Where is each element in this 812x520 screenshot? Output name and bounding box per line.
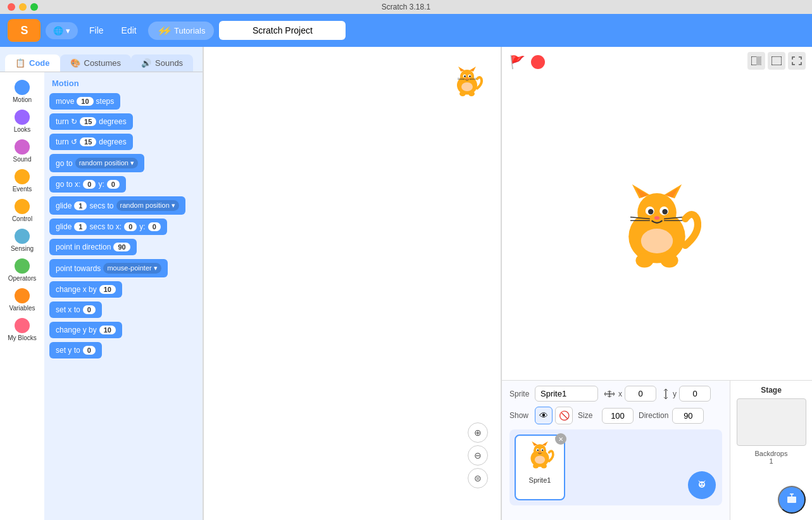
stop-button[interactable] xyxy=(531,55,545,69)
zoom-in-button[interactable]: ⊕ xyxy=(468,422,488,443)
sprite-panel: Sprite x y Sh xyxy=(502,381,730,520)
window-title: Scratch 3.18.1 xyxy=(382,3,430,11)
block-point-towards-dropdown[interactable]: mouse-pointer ▾ xyxy=(103,263,161,274)
svg-point-22 xyxy=(637,193,677,232)
category-control[interactable]: Control xyxy=(3,196,42,225)
block-glide2-val1[interactable]: 1 xyxy=(74,222,87,231)
block-set-x-value[interactable]: 0 xyxy=(83,305,96,314)
zoom-out-button[interactable]: ⊖ xyxy=(468,445,488,466)
block-turn-ccw-value[interactable]: 15 xyxy=(80,137,96,146)
block-goto-xy[interactable]: go to x: 0 y: 0 xyxy=(49,176,126,193)
block-glide2-val3[interactable]: 0 xyxy=(148,222,161,231)
fullscreen-button[interactable] xyxy=(788,52,806,70)
stage-controls: 🚩 xyxy=(508,53,545,71)
add-sprite-icon xyxy=(694,478,709,493)
tab-costumes-label: Costumes xyxy=(84,58,122,68)
category-sound[interactable]: Sound xyxy=(3,137,42,165)
tab-code[interactable]: 📋 Code xyxy=(5,54,60,72)
coding-area: ⊕ ⊖ ⊜ xyxy=(203,47,502,520)
block-set-x[interactable]: set x to 0 xyxy=(49,301,102,318)
tab-costumes[interactable]: 🎨 Costumes xyxy=(60,54,132,72)
block-turn-cw[interactable]: turn ↻ 15 degrees xyxy=(49,113,133,130)
block-glide1-dropdown[interactable]: random position ▾ xyxy=(116,200,179,211)
zoom-reset-button[interactable]: ⊜ xyxy=(468,468,488,488)
category-looks[interactable]: Looks xyxy=(3,107,42,136)
block-move-value[interactable]: 10 xyxy=(77,97,93,106)
direction-input[interactable] xyxy=(672,408,704,424)
block-turn-ccw-text: turn ↺ xyxy=(56,137,77,146)
block-set-y[interactable]: set y to 0 xyxy=(49,342,102,358)
block-move[interactable]: move 10 steps xyxy=(49,93,120,110)
block-glide1[interactable]: glide 1 secs to random position ▾ xyxy=(49,196,185,215)
category-my-blocks[interactable]: My Blocks xyxy=(3,315,42,344)
block-point-dir-value[interactable]: 90 xyxy=(113,243,130,251)
edit-menu[interactable]: Edit xyxy=(115,22,143,39)
svg-rect-63 xyxy=(787,497,796,503)
maximize-button[interactable] xyxy=(30,3,38,11)
block-turn-ccw-suffix: degrees xyxy=(99,137,126,146)
stage-canvas[interactable] xyxy=(502,75,812,380)
green-flag-button[interactable]: 🚩 xyxy=(508,53,526,71)
block-change-x-value[interactable]: 10 xyxy=(99,285,116,294)
block-glide2-y-label: y: xyxy=(139,222,145,231)
minimize-button[interactable] xyxy=(19,3,27,11)
sprite-show-row: Show 👁 🚫 Size Direction xyxy=(509,407,722,424)
size-group: Size xyxy=(578,408,634,424)
category-sensing[interactable]: Sensing xyxy=(3,226,42,255)
block-goto-y-value[interactable]: 0 xyxy=(107,180,120,189)
tab-sounds[interactable]: 🔊 Sounds xyxy=(131,54,193,72)
block-goto-dropdown[interactable]: random position ▾ xyxy=(75,158,138,168)
coding-canvas[interactable] xyxy=(204,47,501,520)
block-change-y-value[interactable]: 10 xyxy=(99,326,116,334)
sprite-delete-button[interactable]: ✕ xyxy=(555,433,566,445)
y-input[interactable] xyxy=(679,386,711,402)
svg-point-30 xyxy=(662,209,667,214)
sprite-label: Sprite xyxy=(509,390,530,398)
size-input[interactable] xyxy=(602,408,634,424)
block-turn-cw-value[interactable]: 15 xyxy=(80,117,96,126)
category-operators-label: Operators xyxy=(8,275,36,282)
block-goto-x-value[interactable]: 0 xyxy=(83,180,96,189)
block-point-dir[interactable]: point in direction 90 xyxy=(49,239,137,255)
tutorials-button[interactable]: ⚡ ⚡ Tutorials xyxy=(148,22,215,40)
block-point-towards-text: point towards xyxy=(56,264,101,273)
globe-icon: 🌐 xyxy=(53,26,63,35)
language-button[interactable]: 🌐 ▾ xyxy=(46,22,78,39)
y-label: y xyxy=(673,390,677,398)
show-label: Show xyxy=(509,411,530,420)
block-glide2-val2[interactable]: 0 xyxy=(124,222,137,231)
block-turn-ccw[interactable]: turn ↺ 15 degrees xyxy=(49,134,133,150)
blocks-list: Motion move 10 steps turn ↻ 15 degrees t… xyxy=(44,72,203,520)
block-glide2[interactable]: glide 1 secs to x: 0 y: 0 xyxy=(49,219,167,235)
category-variables[interactable]: Variables xyxy=(3,286,42,314)
block-change-x[interactable]: change x by 10 xyxy=(49,281,122,298)
category-control-label: Control xyxy=(12,215,32,222)
project-name-input[interactable] xyxy=(219,21,346,40)
file-menu[interactable]: File xyxy=(83,22,110,39)
normal-stage-button[interactable] xyxy=(768,52,785,70)
motion-section-title: Motion xyxy=(52,79,197,88)
stage-thumbnail[interactable] xyxy=(737,398,806,446)
add-backdrop-button[interactable] xyxy=(778,486,806,514)
block-change-y[interactable]: change y by 10 xyxy=(49,322,122,338)
close-button[interactable] xyxy=(8,3,15,11)
x-label: x xyxy=(618,390,622,398)
svg-point-53 xyxy=(535,455,545,464)
block-goto[interactable]: go to random position ▾ xyxy=(49,154,144,172)
category-events[interactable]: Events xyxy=(3,167,42,195)
block-point-towards[interactable]: point towards mouse-pointer ▾ xyxy=(49,259,168,277)
svg-point-55 xyxy=(541,464,547,468)
show-visible-toggle[interactable]: 👁 xyxy=(535,407,553,424)
block-glide1-value[interactable]: 1 xyxy=(74,201,87,210)
sprite-name-input[interactable] xyxy=(535,386,598,402)
category-operators[interactable]: Operators xyxy=(3,256,42,284)
block-set-y-value[interactable]: 0 xyxy=(83,346,96,355)
category-motion[interactable]: Motion xyxy=(3,77,42,106)
show-hidden-toggle[interactable]: 🚫 xyxy=(555,407,573,424)
add-sprite-button[interactable] xyxy=(688,471,716,499)
sprite-thumb-sprite1[interactable]: ✕ xyxy=(515,434,565,500)
right-panel: 🚩 xyxy=(502,47,812,520)
small-stage-button[interactable] xyxy=(747,52,765,70)
x-input[interactable] xyxy=(625,386,656,402)
svg-point-50 xyxy=(537,449,539,451)
